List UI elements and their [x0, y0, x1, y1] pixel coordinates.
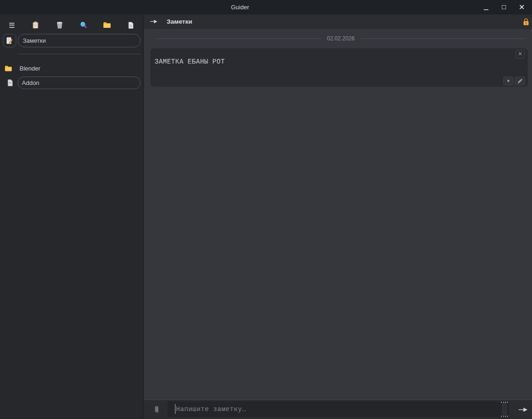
- folder-toolbar-button[interactable]: [99, 18, 115, 32]
- date-divider: 02.02.2026: [144, 35, 532, 42]
- main-header: Заметки: [144, 14, 532, 29]
- app-window: Guider ✕: [0, 0, 532, 419]
- note-name-input[interactable]: [18, 77, 141, 89]
- maximize-button[interactable]: [499, 0, 509, 14]
- tree-item-note[interactable]: [0, 77, 143, 89]
- composer-input[interactable]: [168, 401, 509, 417]
- search-icon: [80, 21, 87, 29]
- folder-icon: [5, 65, 12, 71]
- send-button[interactable]: [518, 407, 528, 414]
- pencil-icon: [517, 78, 523, 84]
- composer-scrollbar[interactable]: [501, 402, 508, 417]
- menu-button[interactable]: [4, 18, 20, 32]
- note-collapse-button[interactable]: ▼: [503, 77, 513, 85]
- scrollbar-thumb[interactable]: [502, 403, 506, 414]
- send-arrow-icon: [518, 407, 528, 413]
- composer-bar: [144, 400, 532, 419]
- tree-item-folder[interactable]: Blender: [0, 64, 143, 73]
- note-card: ✕ ЗАМЕТКА ЕБАНЫ РОТ ▼: [150, 48, 528, 87]
- page-title: Заметки: [167, 18, 192, 25]
- close-button[interactable]: ✕: [515, 0, 528, 14]
- maximize-icon: [502, 5, 506, 9]
- lock-button[interactable]: [523, 18, 529, 27]
- minimize-button[interactable]: [481, 0, 491, 14]
- back-arrow-icon: [150, 19, 158, 24]
- note-text: ЗАМЕТКА ЕБАНЫ РОТ: [155, 58, 225, 65]
- document-toolbar-button[interactable]: [123, 18, 139, 32]
- main-panel: Заметки 02.02.2026 ✕ ЗАМЕТКА ЕБАНЫ РОТ ▼: [144, 14, 532, 419]
- window-title: Guider: [0, 0, 480, 14]
- composer-field: [168, 401, 509, 417]
- sidebar: Blender: [0, 14, 144, 419]
- search-button[interactable]: [76, 18, 91, 32]
- divider-line: [156, 39, 321, 39]
- wastebasket-icon: [56, 21, 63, 29]
- hamburger-menu-icon: [9, 23, 14, 28]
- titlebar: Guider ✕: [0, 0, 532, 14]
- clipboard-icon: [32, 21, 39, 29]
- date-label: 02.02.2026: [327, 35, 355, 42]
- sidebar-toolbar: [0, 16, 143, 34]
- document-icon: [128, 22, 134, 29]
- divider-line: [360, 39, 525, 39]
- folder-icon: [103, 22, 111, 28]
- minimize-icon: [484, 9, 488, 10]
- sidebar-divider: [18, 54, 141, 54]
- lock-icon: [523, 18, 529, 26]
- triangle-down-icon: ▼: [506, 78, 511, 84]
- text-caret: [175, 404, 175, 414]
- back-button[interactable]: [150, 19, 158, 26]
- trash-button[interactable]: [52, 18, 67, 32]
- tree-folder-label: Blender: [19, 65, 40, 72]
- note-delete-button[interactable]: ✕: [516, 50, 525, 58]
- paperclip-icon: [154, 405, 160, 414]
- clipboard-button[interactable]: [28, 18, 44, 32]
- note-edit-button[interactable]: [515, 77, 525, 85]
- note-card-actions: ▼: [503, 77, 525, 85]
- new-note-button[interactable]: [3, 34, 16, 47]
- notebook-title-row: [0, 34, 143, 48]
- memo-icon: [6, 37, 13, 44]
- notebook-title-input[interactable]: [18, 34, 141, 47]
- document-icon: [7, 79, 13, 86]
- attach-button[interactable]: [154, 405, 160, 415]
